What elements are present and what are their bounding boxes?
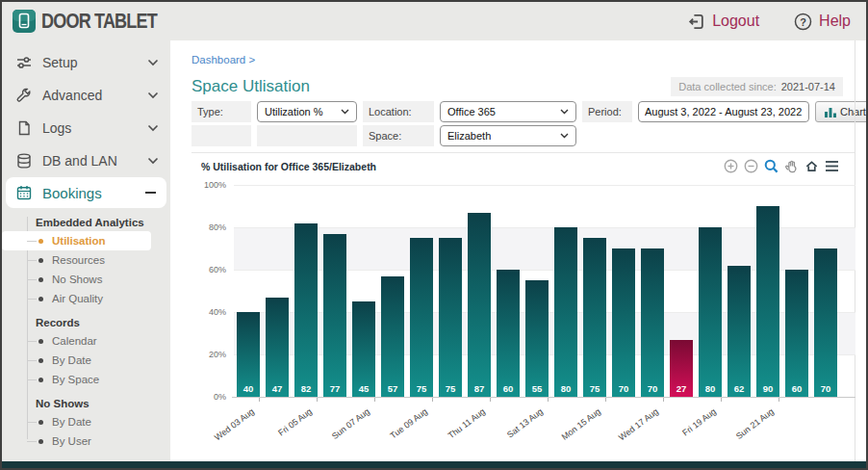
bar-value-label: 40 [237, 383, 260, 394]
sidebar-item-db-and-lan[interactable]: DB and LAN [2, 144, 170, 177]
bar-value-label: 45 [352, 383, 375, 394]
bullet-icon [38, 358, 43, 363]
submenu-section-title: No Shows [2, 398, 170, 409]
box-zoom-icon[interactable] [764, 159, 779, 173]
sidebar-item-bookings[interactable]: Bookings [6, 177, 166, 208]
x-axis-tick [548, 398, 549, 402]
y-axis-label: 80% [191, 222, 226, 232]
menu-icon[interactable] [825, 160, 839, 172]
bar: 75 [583, 238, 606, 397]
main-content: Dashboard > Space Utlisation Data collec… [170, 40, 866, 461]
bullet-icon [38, 439, 43, 444]
bar-value-label: 47 [266, 383, 289, 394]
sidebar-item-label: Logs [42, 120, 71, 136]
x-axis-label: Fri 05 Aug [248, 406, 314, 459]
bar-value-label: 90 [756, 383, 779, 394]
bar: 80 [699, 227, 722, 397]
x-axis-label: Fri 19 Aug [652, 406, 718, 459]
help-label: Help [819, 13, 851, 30]
bar: 75 [439, 238, 462, 397]
submenu-item-noshows-by-date[interactable]: By Date [2, 412, 170, 431]
bar: 40 [237, 312, 260, 397]
bullet-icon [38, 277, 43, 282]
door-tablet-logo-icon [12, 9, 37, 34]
x-axis-tick [490, 398, 491, 402]
submenu-item-resources[interactable]: Resources [2, 250, 170, 270]
y-axis-label: 60% [191, 265, 226, 274]
bar: 80 [554, 227, 577, 397]
x-axis-label: Wed 03 Aug [191, 406, 256, 459]
bar-value-label: 75 [410, 383, 433, 394]
x-axis-line [232, 397, 855, 398]
submenu-item-label: By Date [52, 416, 91, 428]
x-axis-label: Tue 09 Aug [364, 406, 429, 459]
type-select[interactable]: Utilization % [257, 101, 357, 122]
type-select-value: Utilization % [265, 106, 323, 118]
zoom-out-icon[interactable] [744, 159, 758, 173]
pan-icon[interactable] [784, 159, 799, 173]
bar-chart-plot[interactable]: 0%20%40%60%80%100%4047827745577575876055… [191, 175, 855, 457]
y-axis-label: 40% [191, 307, 226, 317]
submenu-item-label: Utilisation [52, 235, 106, 247]
sidebar-item-setup[interactable]: Setup [2, 46, 170, 79]
location-label: Location: [363, 101, 434, 122]
bar-value-label: 27 [670, 383, 693, 394]
gridline [234, 185, 855, 186]
data-collected-since: Data collected since: 2021-07-14 [671, 77, 843, 96]
logo-text: DOOR TABLET [41, 9, 157, 34]
submenu-section-title: Embedded Analytics [2, 217, 170, 228]
space-select[interactable]: Elizabeth [440, 125, 576, 146]
submenu-item-label: No Shows [52, 274, 102, 285]
submenu-item-by-user[interactable]: By User [2, 431, 170, 451]
submenu-item-records-by-date[interactable]: By Date [2, 351, 170, 370]
sliders-icon [15, 54, 33, 71]
location-select[interactable]: Office 365 [440, 101, 576, 122]
file-icon [15, 119, 33, 137]
sidebar-item-label: Advanced [42, 88, 102, 103]
title-row: Space Utlisation Data collected since: 2… [191, 77, 855, 96]
bar: 70 [612, 248, 635, 397]
x-axis-tick [432, 398, 433, 402]
logout-button[interactable]: Logout [687, 13, 759, 31]
submenu-item-calendar[interactable]: Calendar [2, 331, 170, 351]
type-label: Type: [191, 101, 251, 122]
submenu-item-air-quality[interactable]: Air Quality [2, 289, 170, 308]
x-axis-label: Sun 07 Aug [306, 406, 371, 459]
y-axis-label: 100% [191, 180, 226, 190]
submenu-item-by-space[interactable]: By Space [2, 370, 170, 389]
submenu-item-no-shows[interactable]: No Shows [2, 270, 170, 289]
sidebar-item-label: Bookings [42, 185, 102, 201]
bar-value-label: 75 [439, 383, 462, 394]
sidebar: Setup Advanced Logs [2, 40, 170, 461]
period-input[interactable] [638, 101, 809, 122]
chart-button-label: Chart [840, 106, 866, 118]
submenu-item-utilisation[interactable]: Utilisation [2, 231, 151, 250]
bar: 82 [294, 223, 318, 397]
zoom-in-icon[interactable] [724, 159, 738, 173]
top-bar: DOOR TABLET Logout ? Help [2, 2, 866, 40]
bar: 45 [352, 301, 375, 397]
bar: 75 [410, 238, 433, 397]
breadcrumb[interactable]: Dashboard > [191, 54, 855, 65]
bookings-submenu: Embedded Analytics Utilisation Resources… [2, 217, 170, 457]
y-axis-label: 20% [191, 350, 226, 359]
chart-button[interactable]: Chart [815, 101, 866, 122]
sidebar-item-advanced[interactable]: Advanced [2, 79, 170, 112]
home-icon[interactable] [804, 159, 819, 173]
help-button[interactable]: ? Help [794, 13, 851, 31]
app-logo: DOOR TABLET [12, 9, 182, 34]
bullet-icon [38, 297, 43, 301]
bar: 55 [525, 280, 549, 397]
logout-label: Logout [712, 13, 759, 30]
submenu-item-label: By Date [52, 354, 91, 366]
section-divider [191, 152, 855, 153]
submenu-item-label: By Space [52, 374, 99, 385]
chevron-down-icon [560, 109, 569, 115]
x-axis-label: Wed 17 Aug [595, 406, 660, 459]
sidebar-item-logs[interactable]: Logs [2, 112, 170, 144]
space-label: Space: [363, 125, 434, 146]
bar-value-label: 77 [323, 383, 346, 394]
period-label: Period: [582, 101, 632, 122]
space-select-value: Elizabeth [447, 130, 491, 142]
bar-value-label: 75 [583, 383, 606, 394]
